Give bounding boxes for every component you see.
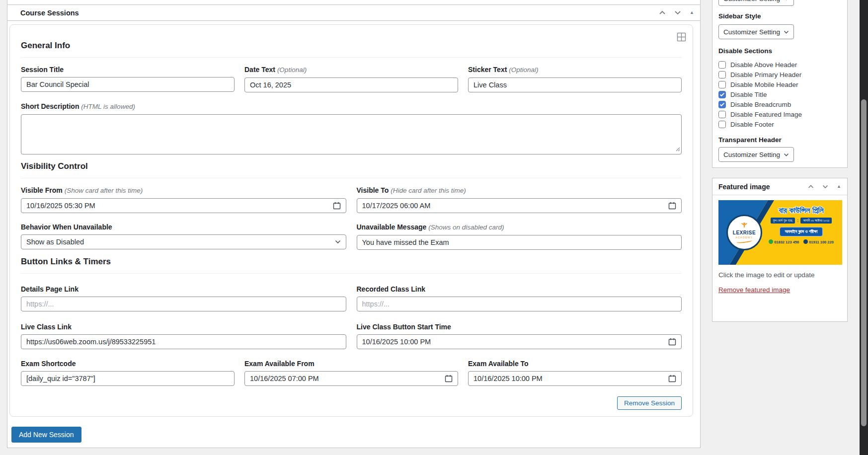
session-title-input[interactable]: Bar Council Special — [21, 77, 235, 92]
metabox-header-controls: ▲ — [659, 10, 694, 15]
banner-button: অনলাইন ক্লাস ও পরীক্ষা — [780, 227, 823, 236]
links-row-1: Details Page Link https://... Recorded C… — [21, 285, 682, 311]
unavailable-message-input[interactable]: You have missed the Exam — [357, 235, 682, 250]
session-card: General Info Session Title Bar Council S… — [9, 24, 693, 417]
calendar-icon[interactable] — [333, 202, 341, 210]
banner-logo: LEXRISE ACADEMY — [726, 215, 762, 250]
collapse-toggle-icon[interactable]: ▲ — [837, 184, 841, 189]
page-settings-panel: Customizer Setting Sidebar Style Customi… — [712, 0, 848, 168]
date-text-label: Date Text — [244, 66, 275, 74]
collapse-toggle-icon[interactable]: ▲ — [690, 10, 694, 15]
visibility-control-heading: Visibility Control — [21, 161, 682, 178]
checkbox-disable-title[interactable]: Disable Title — [718, 89, 841, 99]
recorded-class-link-field: Recorded Class Link https://... — [357, 285, 682, 311]
move-up-icon[interactable] — [808, 185, 814, 189]
checkbox-disable-primary-header[interactable]: Disable Primary Header — [718, 70, 841, 79]
banner-headline: বার কাউন্সিল প্রিলি — [763, 206, 839, 215]
short-description-textarea[interactable] — [21, 114, 682, 154]
transparent-header-select[interactable]: Customizer Setting — [718, 147, 794, 162]
unavailable-message-hint: (Shows on disabled card) — [428, 224, 504, 231]
banner-phones: 01832 123 456 01911 100 220 — [763, 239, 839, 244]
checkbox[interactable] — [718, 71, 726, 78]
recorded-class-link-input[interactable]: https://... — [357, 297, 682, 311]
move-down-icon[interactable] — [674, 10, 681, 15]
add-new-session-button[interactable]: Add New Session — [11, 427, 81, 443]
sidebar-style-select[interactable]: Customizer Setting — [718, 24, 794, 39]
live-class-start-label: Live Class Button Start Time — [357, 323, 451, 331]
sticker-text-input[interactable]: Live Class — [468, 77, 682, 92]
vertical-scrollbar-track[interactable] — [860, 0, 868, 455]
unavailable-message-field: Unavailable Message (Shows on disabled c… — [357, 223, 682, 250]
session-title-field: Session Title Bar Council Special — [21, 66, 235, 92]
remove-session-button[interactable]: Remove Session — [617, 396, 682, 410]
featured-image-body: LEXRISE ACADEMY বার কাউন্সিল প্রিলি ফুল … — [712, 195, 847, 294]
calendar-icon[interactable] — [668, 338, 676, 346]
banner-badge-separator: : — [797, 218, 798, 223]
main-column: Course Sessions ▲ General Info Session T… — [7, 0, 701, 448]
checkbox[interactable] — [718, 81, 726, 88]
date-text-hint: (Optional) — [277, 66, 307, 74]
phone-icon — [803, 239, 808, 244]
calendar-icon[interactable] — [668, 202, 676, 210]
disable-sections-list: Disable Above Header Disable Primary Hea… — [718, 60, 841, 129]
checkbox-disable-breadcrumb[interactable]: Disable Breadcrumb — [718, 99, 841, 109]
calendar-icon[interactable] — [445, 375, 453, 382]
previous-metabox-edge — [7, 0, 701, 4]
checkbox[interactable] — [718, 91, 726, 98]
checkbox-disable-featured-image[interactable]: Disable Featured Image — [718, 109, 841, 119]
short-description-hint: (HTML is allowed) — [81, 103, 135, 110]
resize-grip-icon[interactable] — [675, 146, 680, 153]
visible-from-datetime-input[interactable]: 10/16/2025 05:30 PM — [21, 198, 346, 213]
checkbox[interactable] — [718, 111, 726, 118]
details-page-link-input[interactable]: https://... — [21, 297, 346, 311]
move-down-icon[interactable] — [822, 185, 828, 189]
date-text-field: Date Text (Optional) Oct 16, 2025 — [244, 66, 458, 92]
partial-top-select[interactable]: Customizer Setting — [718, 0, 794, 6]
metabox-header-featured-image[interactable]: Featured image ▲ — [712, 178, 847, 195]
checkbox-disable-footer[interactable]: Disable Footer — [718, 119, 841, 129]
checkbox[interactable] — [718, 61, 726, 69]
vertical-scrollbar-thumb[interactable] — [861, 99, 867, 426]
exam-shortcode-input[interactable]: [daily_quiz id="3787"] — [21, 371, 235, 386]
remove-featured-image-link[interactable]: Remove featured image — [718, 286, 790, 294]
metabox-title: Course Sessions — [20, 9, 659, 17]
visibility-row-1: Visible From (Show card after this time)… — [21, 186, 682, 213]
behavior-select[interactable]: Show as Disabled — [21, 234, 346, 249]
visible-to-datetime-input[interactable]: 10/17/2025 06:00 AM — [357, 198, 682, 213]
links-row-2: Live Class Link https://us06web.zoom.us/… — [21, 323, 682, 349]
exam-shortcode-field: Exam Shortcode [daily_quiz id="3787"] — [21, 360, 235, 386]
checkbox[interactable] — [718, 101, 726, 108]
live-class-link-input[interactable]: https://us06web.zoom.us/j/89533225951 — [21, 334, 346, 349]
checkbox-disable-above-header[interactable]: Disable Above Header — [718, 60, 841, 70]
short-description-field: Short Description (HTML is allowed) — [21, 102, 682, 154]
exam-available-from-datetime-input[interactable]: 10/16/2025 07:00 PM — [244, 371, 458, 386]
exam-available-to-datetime-input[interactable]: 10/16/2025 10:00 PM — [468, 371, 682, 386]
exam-available-to-field: Exam Available To 10/16/2025 10:00 PM — [468, 360, 682, 386]
chevron-down-icon — [784, 0, 789, 0]
featured-image-metabox: Featured image ▲ LEXRISE ACADEMY — [712, 178, 848, 322]
move-up-icon[interactable] — [659, 10, 666, 15]
live-class-start-datetime-input[interactable]: 10/16/2025 10:00 PM — [357, 334, 682, 349]
metabox-header-course-sessions[interactable]: Course Sessions ▲ — [7, 5, 700, 21]
grid-drag-handle-icon[interactable] — [677, 32, 686, 43]
featured-image-thumbnail[interactable]: LEXRISE ACADEMY বার কাউন্সিল প্রিলি ফুল … — [718, 200, 842, 265]
sticker-text-label: Sticker Text — [468, 66, 507, 74]
general-info-heading: General Info — [21, 41, 682, 58]
calendar-icon[interactable] — [668, 375, 676, 382]
exam-available-from-field: Exam Available From 10/16/2025 07:00 PM — [244, 360, 458, 386]
banner-badge-left: ফুল কোর্স শুরু হচ্ছে — [771, 218, 795, 224]
featured-image-caption: Click the image to edit or update — [718, 271, 841, 279]
disable-sections-label: Disable Sections — [718, 47, 841, 55]
visible-from-label: Visible From — [21, 186, 63, 194]
behavior-field: Behavior When Unavailable Show as Disabl… — [21, 223, 346, 250]
date-text-input[interactable]: Oct 16, 2025 — [244, 77, 458, 92]
person-icon — [740, 222, 748, 229]
visible-to-hint: (Hide card after this time) — [391, 187, 466, 194]
banner-logo-text: LEXRISE — [733, 230, 756, 235]
chevron-down-icon — [784, 153, 789, 156]
session-title-label: Session Title — [21, 66, 64, 74]
whatsapp-icon — [769, 239, 773, 244]
checkbox[interactable] — [718, 121, 726, 128]
visibility-row-2: Behavior When Unavailable Show as Disabl… — [21, 223, 682, 250]
checkbox-disable-mobile-header[interactable]: Disable Mobile Header — [718, 79, 841, 89]
